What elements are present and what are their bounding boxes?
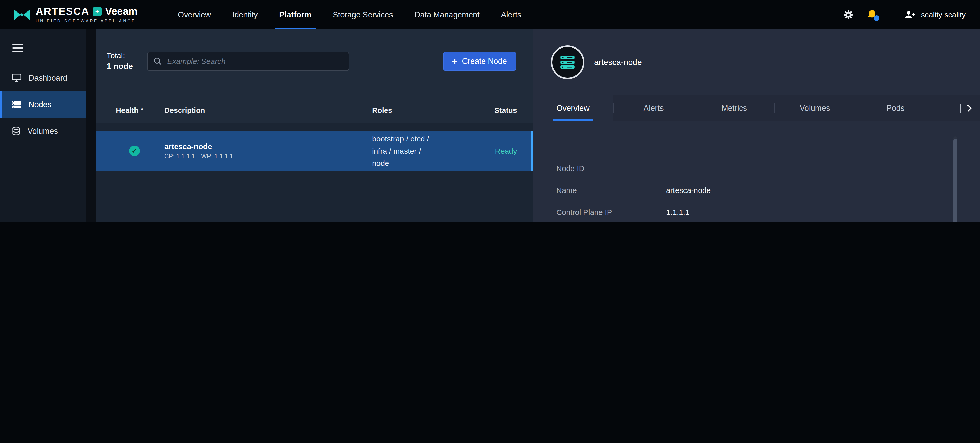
node-wp-ip: WP: 1.1.1.1 bbox=[201, 153, 233, 160]
total-label: Total: bbox=[107, 51, 133, 60]
topbar-divider bbox=[894, 7, 894, 22]
topnav-alerts[interactable]: Alerts bbox=[490, 0, 532, 29]
tab-volumes[interactable]: Volumes bbox=[775, 96, 855, 121]
sidebar-item-nodes[interactable]: Nodes bbox=[0, 91, 86, 118]
sidebar: Dashboard Nodes bbox=[0, 29, 86, 222]
details-scrollbar bbox=[953, 136, 957, 222]
nodes-list-panel: Total: 1 node + Create Node bbox=[97, 29, 533, 222]
search-icon bbox=[153, 57, 162, 65]
sidebar-item-volumes[interactable]: Volumes bbox=[0, 118, 86, 144]
node-name: artesca-node bbox=[164, 142, 372, 151]
details-tabs: Overview Alerts Metrics Volumes Pods bbox=[533, 96, 980, 121]
brand-tagline: UNIFIED SOFTWARE APPLIANCE bbox=[36, 19, 138, 24]
details-body: Node ID Name artesca-node Control Plane … bbox=[533, 121, 980, 222]
notification-dot bbox=[874, 15, 880, 21]
app-window: ARTESCA + Veeam UNIFIED SOFTWARE APPLIAN… bbox=[0, 0, 980, 222]
total-count: Total: 1 node bbox=[107, 51, 133, 71]
column-header-description[interactable]: Description bbox=[164, 106, 372, 115]
plus-icon: + bbox=[452, 56, 457, 65]
server-stack-icon bbox=[12, 100, 21, 109]
partial-tab-divider bbox=[959, 104, 961, 113]
nodes-toolbar: Total: 1 node + Create Node bbox=[97, 29, 533, 97]
user-menu[interactable]: scality scality bbox=[905, 10, 966, 19]
column-header-status[interactable]: Status bbox=[473, 106, 517, 115]
health-ok-icon bbox=[129, 145, 140, 156]
topnav-storage-services[interactable]: Storage Services bbox=[322, 0, 404, 29]
main-content: Total: 1 node + Create Node bbox=[86, 29, 980, 222]
topnav-overview[interactable]: Overview bbox=[167, 0, 221, 29]
gear-icon bbox=[843, 10, 854, 20]
nodes-table-header: Health▲ Description Roles Status bbox=[97, 97, 533, 123]
tab-pods[interactable]: Pods bbox=[856, 96, 935, 121]
table-row-artesca-node[interactable]: artesca-node CP: 1.1.1.1 WP: 1.1.1.1 boo… bbox=[97, 131, 533, 171]
field-name: Name artesca-node bbox=[556, 186, 939, 194]
brand: ARTESCA + Veeam UNIFIED SOFTWARE APPLIAN… bbox=[13, 6, 138, 24]
settings-button[interactable] bbox=[837, 10, 860, 20]
node-avatar bbox=[551, 45, 584, 79]
total-value: 1 node bbox=[107, 62, 133, 71]
brand-name: ARTESCA bbox=[36, 6, 89, 18]
sort-asc-icon: ▲ bbox=[140, 106, 144, 111]
topnav-identity[interactable]: Identity bbox=[221, 0, 269, 29]
node-cp-ip: CP: 1.1.1.1 bbox=[164, 153, 195, 160]
topnav-data-management[interactable]: Data Management bbox=[404, 0, 490, 29]
sidebar-item-label: Volumes bbox=[27, 126, 58, 135]
topbar-right: scality scality bbox=[837, 7, 980, 22]
roles-cell: bootstrap / etcd / infra / master / node bbox=[372, 132, 457, 169]
database-icon bbox=[12, 127, 21, 135]
top-bar: ARTESCA + Veeam UNIFIED SOFTWARE APPLIAN… bbox=[0, 0, 980, 29]
sidebar-item-label: Nodes bbox=[29, 100, 52, 109]
tab-overview[interactable]: Overview bbox=[533, 96, 613, 121]
menu-toggle-button[interactable] bbox=[0, 29, 86, 65]
artesca-logo-icon bbox=[13, 8, 30, 21]
column-header-health[interactable]: Health▲ bbox=[116, 106, 164, 115]
status-cell: Ready bbox=[457, 147, 517, 155]
description-cell: artesca-node CP: 1.1.1.1 WP: 1.1.1.1 bbox=[164, 142, 372, 160]
tab-metrics[interactable]: Metrics bbox=[694, 96, 774, 121]
brand-text: ARTESCA + Veeam UNIFIED SOFTWARE APPLIAN… bbox=[36, 6, 138, 24]
search-box bbox=[147, 51, 349, 71]
top-navigation: Overview Identity Platform Storage Servi… bbox=[167, 0, 532, 29]
user-name: scality scality bbox=[921, 10, 966, 19]
details-header: artesca-node bbox=[533, 29, 980, 96]
column-header-roles[interactable]: Roles bbox=[372, 106, 473, 115]
tabs-overflow bbox=[959, 96, 980, 121]
brand-partner: Veeam bbox=[105, 6, 138, 18]
tabs-scroll-right-button[interactable] bbox=[967, 104, 972, 112]
search-input[interactable] bbox=[166, 56, 342, 66]
hamburger-icon bbox=[12, 44, 24, 45]
sidebar-item-label: Dashboard bbox=[29, 73, 67, 83]
notifications-button[interactable] bbox=[860, 9, 884, 20]
scrollbar-thumb[interactable] bbox=[953, 139, 957, 222]
node-details-panel: artesca-node Overview Alerts Metrics Vol… bbox=[533, 29, 980, 222]
create-node-label: Create Node bbox=[462, 56, 507, 65]
body: Dashboard Nodes bbox=[0, 29, 980, 222]
field-node-id: Node ID bbox=[556, 164, 939, 173]
chevron-right-icon bbox=[967, 104, 972, 112]
user-add-icon bbox=[905, 11, 916, 19]
monitor-icon bbox=[12, 73, 21, 82]
health-cell bbox=[116, 145, 164, 156]
sidebar-item-dashboard[interactable]: Dashboard bbox=[0, 65, 86, 91]
create-node-button[interactable]: + Create Node bbox=[443, 51, 516, 71]
nodes-table-body: artesca-node CP: 1.1.1.1 WP: 1.1.1.1 boo… bbox=[97, 123, 533, 222]
veeam-plus-badge-icon: + bbox=[93, 7, 102, 16]
tab-alerts[interactable]: Alerts bbox=[614, 96, 694, 121]
details-title: artesca-node bbox=[594, 58, 642, 67]
field-control-plane-ip: Control Plane IP 1.1.1.1 bbox=[556, 208, 939, 217]
node-server-icon bbox=[559, 55, 576, 69]
topnav-platform[interactable]: Platform bbox=[269, 0, 322, 29]
